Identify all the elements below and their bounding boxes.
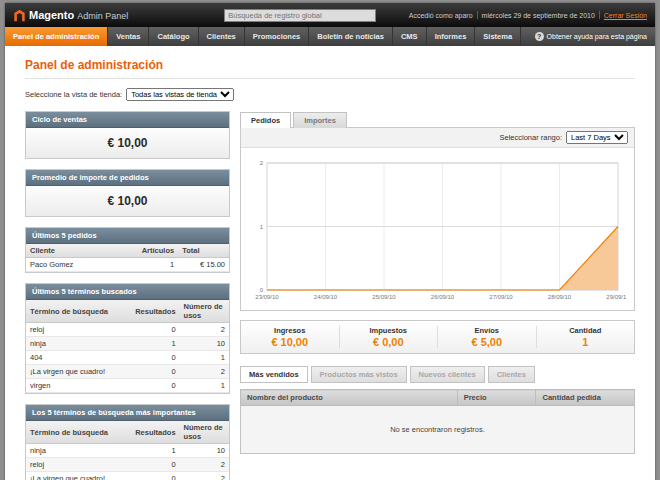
range-label: Seleccionar rango: — [499, 133, 562, 142]
column-header: Artículos — [138, 244, 179, 258]
last-5-search-terms-box: Últimos 5 términos buscados Término de b… — [25, 283, 230, 394]
total-shipping: Envíos € 5,00 — [437, 326, 536, 348]
bestsellers-grid: Nombre del producto Precio Cantidad pedi… — [240, 389, 635, 454]
magento-admin-page: Magento Admin Panel Accedió como aparo m… — [5, 3, 655, 480]
lifetime-sales-value: € 10,00 — [26, 128, 229, 158]
table-cell: 1 — [138, 258, 179, 272]
svg-text:0: 0 — [260, 287, 264, 293]
table-cell: ¡La virgen que cuadro! — [26, 472, 131, 480]
svg-text:2: 2 — [260, 160, 264, 166]
total-label: Envíos — [438, 326, 536, 335]
table-cell: ¡La virgen que cuadro! — [26, 365, 131, 379]
table-row[interactable]: reloj02 — [26, 323, 229, 337]
table-cell: 404 — [26, 351, 131, 365]
nav-item-promociones[interactable]: Promociones — [245, 27, 310, 46]
column-header: Término de búsqueda — [26, 421, 131, 444]
box-title: Los 5 términos de búsqueda más important… — [26, 405, 229, 421]
tab-bestsellers[interactable]: Más vendidos — [240, 366, 308, 383]
svg-text:23/09/10: 23/09/10 — [255, 294, 279, 300]
table-cell: 0 — [131, 351, 179, 365]
table-row[interactable]: Paco Gomez1€ 15.00 — [26, 258, 229, 272]
column-header[interactable]: Cantidad pedida — [536, 390, 635, 406]
box-title: Promedio de importe de pedidos — [26, 170, 229, 186]
column-header[interactable]: Nombre del producto — [241, 390, 458, 406]
totals-bar: Ingresos € 10,00 Impuestos € 0,00 Envíos… — [240, 320, 635, 354]
total-value: € 10,00 — [241, 336, 339, 348]
table-cell: reloj — [26, 323, 131, 337]
nav-item-ventas[interactable]: Ventas — [108, 27, 149, 46]
total-value: € 0,00 — [340, 336, 438, 348]
magento-logo: Magento Admin Panel — [13, 9, 128, 22]
svg-text:24/09/10: 24/09/10 — [314, 294, 338, 300]
table-cell: ninja — [26, 337, 131, 351]
store-switcher: Seleccione la vista de tienda: Todas las… — [25, 88, 635, 101]
svg-text:1: 1 — [260, 224, 264, 230]
tab-customers[interactable]: Clientes — [488, 366, 535, 383]
store-view-label: Seleccione la vista de tienda: — [25, 90, 122, 99]
grid-tabs: Más vendidos Productos más vistos Nuevos… — [240, 366, 635, 383]
total-quantity: Cantidad 1 — [536, 326, 635, 348]
store-view-select[interactable]: Todas las vistas de tienda — [126, 88, 234, 101]
global-search-input[interactable] — [224, 9, 376, 22]
last-5-orders-box: Últimos 5 pedidos Cliente Artículos Tota… — [25, 227, 230, 273]
table-row[interactable]: reloj02 — [26, 458, 229, 472]
total-label: Cantidad — [537, 326, 635, 335]
table-cell: 1 — [180, 379, 229, 393]
top-5-search-terms-box: Los 5 términos de búsqueda más important… — [25, 404, 230, 480]
nav-item-catalogo[interactable]: Catálogo — [149, 27, 198, 46]
help-link[interactable]: ? Obtener ayuda para esta página — [535, 27, 655, 46]
main-column: Pedidos Importes Seleccionar rango: Last… — [240, 111, 635, 454]
nav-item-informes[interactable]: Informes — [427, 27, 476, 46]
logged-in-as: Accedió como aparo — [409, 12, 473, 19]
table-header-row: Término de búsqueda Resultados Número de… — [26, 300, 229, 323]
table-cell: 0 — [131, 458, 179, 472]
tab-orders[interactable]: Pedidos — [240, 112, 291, 128]
column-header: Número de usos — [180, 300, 229, 323]
nav-item-clientes[interactable]: Clientes — [199, 27, 245, 46]
logout-link[interactable]: Cerrar Sesión — [604, 12, 647, 19]
top-search-table: Término de búsqueda Resultados Número de… — [26, 421, 229, 480]
browser-frame: Magento Admin Panel Accedió como aparo m… — [0, 0, 660, 480]
total-label: Ingresos — [241, 326, 339, 335]
table-cell: 1 — [131, 337, 179, 351]
table-cell: 10 — [180, 444, 229, 458]
logo-subtitle: Admin Panel — [77, 9, 128, 21]
header-user-info: Accedió como aparo miércoles 29 de septi… — [409, 11, 647, 19]
divider — [477, 11, 478, 19]
tab-amounts[interactable]: Importes — [293, 112, 347, 128]
chart-area: 23/09/1024/09/1025/09/1026/09/1027/09/10… — [241, 148, 634, 310]
empty-message: No se encontraron registros. — [241, 406, 635, 454]
table-body: Paco Gomez1€ 15.00 — [26, 258, 229, 272]
table-row[interactable]: virgen01 — [26, 379, 229, 393]
table-row[interactable]: ninja110 — [26, 337, 229, 351]
column-header[interactable]: Precio — [457, 390, 536, 406]
nav-item-cms[interactable]: CMS — [393, 27, 427, 46]
table-cell: 1 — [131, 444, 179, 458]
top-header: Magento Admin Panel Accedió como aparo m… — [5, 3, 655, 27]
table-row[interactable]: ninja110 — [26, 444, 229, 458]
total-value: 1 — [537, 336, 635, 348]
nav-item-sistema[interactable]: Sistema — [475, 27, 521, 46]
table-row[interactable]: 40401 — [26, 351, 229, 365]
box-title: Ciclo de ventas — [26, 112, 229, 128]
left-column: Ciclo de ventas € 10,00 Promedio de impo… — [25, 111, 230, 480]
table-body: ninja110reloj02¡La virgen que cuadro!024… — [26, 444, 229, 480]
total-label: Impuestos — [340, 326, 438, 335]
nav-item-dashboard[interactable]: Panel de administración — [5, 27, 108, 46]
orders-chart: 23/09/1024/09/1025/09/1026/09/1027/09/10… — [249, 153, 626, 308]
range-select[interactable]: Last 7 Days — [566, 131, 628, 144]
empty-row: No se encontraron registros. — [241, 406, 635, 454]
box-title: Últimos 5 pedidos — [26, 228, 229, 244]
tab-new-customers[interactable]: Nuevos clientes — [410, 366, 485, 383]
table-cell: virgen — [26, 379, 131, 393]
total-value: € 5,00 — [438, 336, 536, 348]
table-cell: ninja — [26, 444, 131, 458]
svg-text:27/09/10: 27/09/10 — [489, 294, 513, 300]
svg-text:29/09/10: 29/09/10 — [606, 294, 626, 300]
table-row[interactable]: ¡La virgen que cuadro!02 — [26, 365, 229, 379]
orders-chart-card: Seleccionar rango: Last 7 Days 23/09/102… — [240, 127, 635, 311]
svg-text:26/09/10: 26/09/10 — [431, 294, 455, 300]
table-row[interactable]: ¡La virgen que cuadro!02 — [26, 472, 229, 480]
tab-most-viewed[interactable]: Productos más vistos — [311, 366, 407, 383]
nav-item-boletin[interactable]: Boletín de noticias — [309, 27, 393, 46]
